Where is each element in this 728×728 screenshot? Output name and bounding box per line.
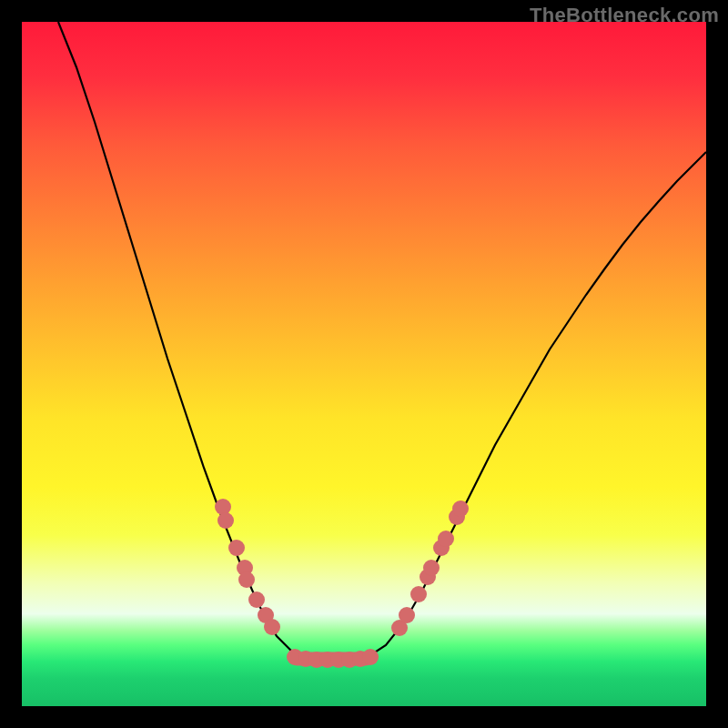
- chart-svg: [22, 22, 706, 706]
- curve-dot: [238, 571, 255, 588]
- watermark-text: TheBottleneck.com: [530, 4, 719, 27]
- curve-dot: [228, 540, 245, 556]
- curve-dot: [452, 500, 469, 517]
- curve-dot: [248, 592, 265, 608]
- curve-dot-markers: [215, 499, 469, 668]
- curve-dot: [399, 607, 415, 623]
- curve-dot: [410, 586, 427, 602]
- chart-frame: [22, 22, 706, 706]
- bottleneck-curve: [58, 22, 706, 662]
- curve-dot: [264, 619, 280, 635]
- curve-dot: [423, 560, 440, 576]
- curve-dot: [217, 512, 234, 529]
- curve-dot: [362, 649, 379, 665]
- curve-dot: [215, 499, 231, 515]
- curve-dot: [438, 531, 454, 547]
